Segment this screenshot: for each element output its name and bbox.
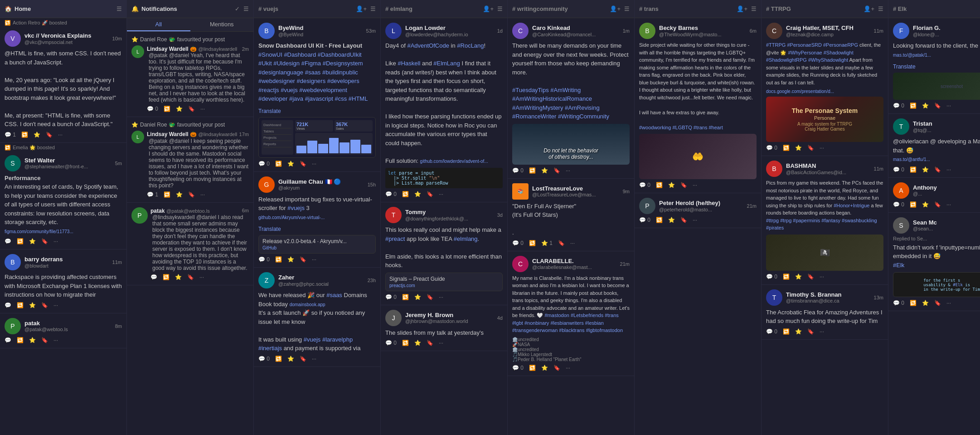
boost-button[interactable]: 🔁 bbox=[910, 201, 917, 208]
bookmark-button[interactable]: 🔖 bbox=[300, 161, 306, 167]
post-link[interactable]: figma.com/community/file/11773... bbox=[5, 229, 73, 234]
reply-button[interactable]: 💬 bbox=[150, 274, 157, 280]
star-button[interactable]: ⭐ bbox=[414, 191, 421, 197]
more-button[interactable]: ··· bbox=[53, 238, 58, 244]
more-button[interactable]: ··· bbox=[946, 103, 951, 109]
more-button[interactable]: ··· bbox=[946, 300, 951, 306]
reply-button[interactable]: 💬 0 bbox=[385, 191, 397, 197]
more-button[interactable]: ··· bbox=[312, 356, 316, 362]
boost-button[interactable]: 🔁 bbox=[402, 191, 409, 197]
translate-button[interactable]: Translate bbox=[258, 226, 281, 232]
reply-button[interactable]: 💬 0 bbox=[766, 145, 777, 151]
more-button[interactable]: ··· bbox=[199, 274, 204, 280]
bookmark-button[interactable]: 🔖 bbox=[934, 103, 941, 109]
star-button[interactable]: ⭐ bbox=[541, 167, 548, 174]
boost-button[interactable]: 🔁 bbox=[529, 365, 536, 371]
star-button[interactable]: ⭐ bbox=[176, 191, 183, 198]
reply-button[interactable]: 💬 0 bbox=[639, 217, 650, 223]
more-button[interactable]: ··· bbox=[570, 240, 575, 246]
more-button[interactable]: ··· bbox=[693, 182, 697, 188]
reply-button[interactable]: 💬 0 bbox=[512, 167, 524, 174]
bookmark-button[interactable]: 🔖 bbox=[934, 166, 941, 173]
boost-button[interactable]: 🔁 bbox=[783, 274, 790, 280]
boost-button[interactable]: 🔁 bbox=[910, 300, 917, 306]
settings-icon[interactable]: ☰ bbox=[878, 5, 883, 12]
more-button[interactable]: ··· bbox=[820, 328, 824, 335]
star-button[interactable]: ⭐ 1 bbox=[541, 240, 553, 246]
bookmark-button[interactable]: 🔖 bbox=[188, 106, 195, 112]
star-button[interactable]: ⭐ bbox=[414, 294, 421, 300]
reply-button[interactable]: 💬 0 bbox=[893, 166, 904, 173]
star-button[interactable]: ⭐ bbox=[175, 274, 182, 280]
bookmark-button[interactable]: 🔖 bbox=[300, 356, 306, 362]
boost-button[interactable]: 🔁 bbox=[402, 294, 409, 300]
reply-button[interactable]: 💬 0 bbox=[258, 356, 270, 362]
bookmark-button[interactable]: 🔖 bbox=[680, 217, 687, 223]
reply-button[interactable]: 💬 bbox=[5, 302, 11, 308]
bookmark-button[interactable]: 🔖 bbox=[300, 256, 306, 263]
settings-icon[interactable]: ☰ bbox=[751, 5, 757, 12]
more-button[interactable]: ··· bbox=[58, 132, 63, 138]
star-button[interactable]: ⭐ bbox=[29, 238, 36, 244]
star-button[interactable]: ⭐ bbox=[922, 201, 929, 208]
settings-icon[interactable]: ☰ bbox=[243, 5, 249, 12]
more-button[interactable]: ··· bbox=[946, 166, 951, 173]
star-button[interactable]: ⭐ bbox=[922, 300, 929, 306]
bookmark-button[interactable]: 🔖 bbox=[807, 274, 814, 280]
bookmark-button[interactable]: 🔖 bbox=[934, 300, 941, 306]
star-button[interactable]: ⭐ bbox=[34, 132, 40, 138]
boost-button[interactable]: 🔁 bbox=[17, 238, 24, 244]
star-button[interactable]: ⭐ bbox=[287, 161, 294, 167]
bookmark-button[interactable]: 🔖 bbox=[41, 337, 48, 343]
bookmark-button[interactable]: 🔖 bbox=[680, 182, 687, 188]
home-settings-icon[interactable]: ☰ bbox=[116, 5, 122, 12]
boost-button[interactable]: 🔁 bbox=[163, 274, 170, 280]
add-user-icon[interactable]: 👤+ bbox=[737, 5, 747, 12]
star-button[interactable]: ⭐ bbox=[668, 182, 675, 188]
more-button[interactable]: ··· bbox=[946, 201, 951, 208]
more-button[interactable]: ··· bbox=[820, 145, 824, 151]
reply-button[interactable]: 💬 0 bbox=[147, 106, 158, 112]
bookmark-button[interactable]: 🔖 bbox=[427, 191, 433, 197]
bookmark-button[interactable]: 🔖 bbox=[807, 328, 814, 335]
more-button[interactable]: ··· bbox=[439, 340, 443, 346]
more-button[interactable]: ··· bbox=[566, 365, 570, 371]
star-button[interactable]: ⭐ bbox=[414, 340, 421, 346]
reply-button[interactable]: 💬 0 bbox=[512, 365, 524, 371]
reply-button[interactable]: 💬 0 bbox=[385, 340, 397, 346]
translate-button[interactable]: Translate bbox=[893, 64, 916, 70]
reply-button[interactable]: 💬 0 bbox=[258, 256, 270, 263]
star-button[interactable]: ⭐ bbox=[29, 302, 36, 308]
bookmark-button[interactable]: 🔖 bbox=[807, 145, 814, 151]
tab-all[interactable]: All bbox=[127, 18, 190, 31]
more-button[interactable]: ··· bbox=[439, 191, 443, 197]
star-button[interactable]: ⭐ bbox=[668, 217, 675, 223]
more-button[interactable]: ··· bbox=[200, 191, 205, 198]
star-button[interactable]: ⭐ bbox=[541, 365, 548, 371]
add-user-icon[interactable]: 👤+ bbox=[356, 5, 367, 12]
boost-button[interactable]: 🔁 bbox=[17, 337, 24, 343]
reply-button[interactable]: 💬 0 bbox=[893, 300, 904, 306]
bookmark-button[interactable]: 🔖 bbox=[553, 167, 560, 174]
add-user-icon[interactable]: 👤+ bbox=[610, 5, 621, 12]
boost-button[interactable]: 🔁 bbox=[21, 132, 28, 138]
boost-button[interactable]: 🔁 bbox=[17, 302, 24, 308]
add-user-icon[interactable]: 👤+ bbox=[864, 5, 874, 12]
boost-button[interactable]: 🔁 bbox=[275, 161, 282, 167]
reply-button[interactable]: 💬 1 bbox=[5, 132, 16, 138]
star-button[interactable]: ⭐ bbox=[795, 274, 802, 280]
reply-button[interactable]: 💬 0 bbox=[893, 103, 904, 109]
reply-button[interactable]: 💬 0 bbox=[766, 328, 777, 335]
boost-button[interactable]: 🔁 bbox=[402, 340, 409, 346]
post-link[interactable]: docs.google.com/presentation/d... bbox=[766, 89, 883, 94]
more-button[interactable]: ··· bbox=[820, 274, 824, 280]
reply-button[interactable]: 💬 bbox=[5, 238, 11, 244]
boost-button[interactable]: 🔁 bbox=[275, 256, 282, 263]
boost-button[interactable]: 🔁 bbox=[529, 167, 536, 174]
reply-button[interactable]: 💬 0 bbox=[512, 240, 524, 246]
bookmark-button[interactable]: 🔖 bbox=[558, 240, 565, 246]
more-button[interactable]: ··· bbox=[693, 217, 697, 223]
bookmark-button[interactable]: 🔖 bbox=[187, 274, 194, 280]
more-button[interactable]: ··· bbox=[200, 106, 205, 112]
more-button[interactable]: ··· bbox=[439, 294, 443, 300]
